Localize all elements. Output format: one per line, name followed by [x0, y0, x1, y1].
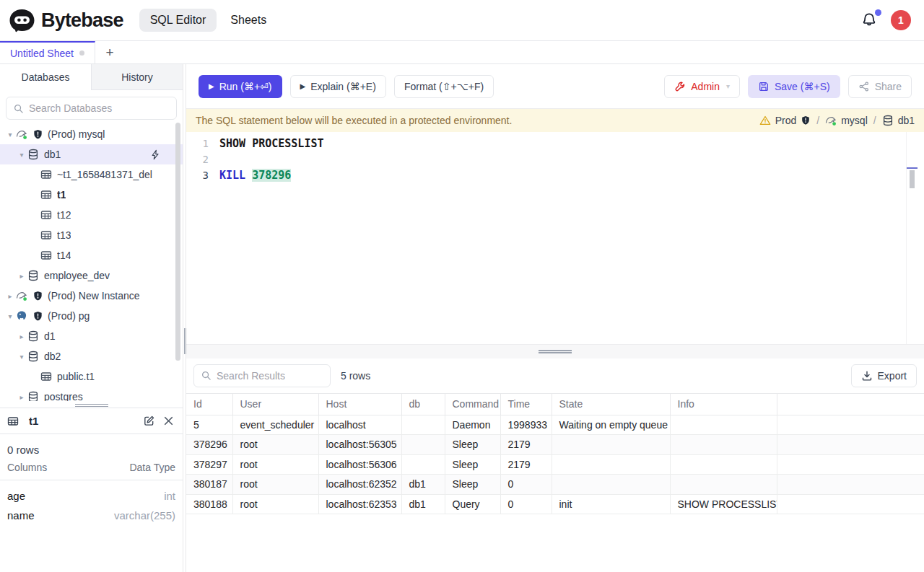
table-row[interactable]: 5event_schedulerlocalhostDaemon1998933Wa…	[186, 415, 924, 435]
chevron-down-icon[interactable]: ▾	[16, 151, 27, 159]
tree-node-db1[interactable]: ▾db1	[0, 144, 183, 164]
table-cell[interactable]: 380188	[186, 494, 232, 514]
table-cell[interactable]: Query	[445, 494, 500, 514]
chevron-down-icon[interactable]: ▾	[16, 353, 27, 361]
table-cell[interactable]	[670, 415, 777, 435]
chevron-down-icon[interactable]: ▾	[4, 131, 16, 138]
table-cell[interactable]	[401, 435, 445, 455]
code-line[interactable]: 1SHOW PROCESSLIST	[186, 136, 924, 151]
chevron-right-icon[interactable]: ▸	[16, 272, 27, 280]
close-icon[interactable]	[161, 414, 175, 428]
tree-node-employee-dev[interactable]: ▸employee_dev	[0, 265, 183, 286]
table-cell[interactable]	[777, 435, 924, 455]
tab-databases[interactable]: Databases	[0, 64, 91, 90]
chevron-right-icon[interactable]: ▸	[4, 292, 16, 300]
database-search-input[interactable]	[29, 102, 170, 114]
tree-node-postgres[interactable]: ▸postgres	[0, 387, 183, 401]
table-cell[interactable]: db1	[401, 475, 445, 495]
table-cell[interactable]: 5	[186, 415, 232, 435]
tab-history[interactable]: History	[91, 64, 183, 90]
tree-node-t13[interactable]: t13	[0, 225, 183, 245]
nav-sheets[interactable]: Sheets	[219, 9, 277, 32]
save-button[interactable]: Save (⌘+S)	[748, 75, 840, 98]
share-button[interactable]: Share	[848, 75, 912, 98]
resize-handle[interactable]	[539, 349, 572, 355]
table-cell[interactable]: localhost:62352	[318, 475, 401, 495]
tree-node-t12[interactable]: t12	[0, 205, 183, 225]
table-cell[interactable]	[401, 415, 445, 435]
table-cell[interactable]: root	[232, 494, 318, 514]
nav-sql-editor[interactable]: SQL Editor	[139, 9, 217, 32]
table-cell[interactable]	[552, 454, 670, 475]
table-cell[interactable]: 378296	[186, 435, 232, 455]
tree-node--prod-pg[interactable]: ▾(Prod) pg	[0, 306, 183, 326]
code-line[interactable]: 2	[186, 151, 924, 167]
add-sheet-button[interactable]: +	[95, 41, 124, 63]
table-row[interactable]: 380188rootlocalhost:62353db1Query0initSH…	[186, 494, 924, 514]
results-search-input[interactable]	[217, 370, 323, 382]
notification-bell-icon[interactable]	[860, 11, 879, 30]
run-button[interactable]: ▶ Run (⌘+⏎)	[199, 75, 282, 98]
tree-node-d1[interactable]: ▸d1	[0, 326, 183, 346]
table-cell[interactable]	[777, 454, 924, 475]
results-search-box[interactable]	[193, 364, 331, 387]
table-cell[interactable]	[777, 494, 924, 514]
table-cell[interactable]	[552, 475, 670, 495]
tree-node--t1-1658481371-del[interactable]: ~t1_1658481371_del	[0, 164, 183, 185]
table-cell[interactable]: localhost:62353	[318, 494, 401, 514]
table-cell[interactable]	[777, 475, 924, 495]
chevron-right-icon[interactable]: ▸	[16, 333, 27, 340]
table-row[interactable]: 378297rootlocalhost:56306Sleep2179	[186, 454, 924, 475]
tree-node-t14[interactable]: t14	[0, 245, 183, 265]
table-cell[interactable]: Sleep	[445, 454, 500, 475]
avatar[interactable]: 1	[891, 10, 911, 30]
tree-scrollbar[interactable]	[175, 123, 180, 361]
table-cell[interactable]	[670, 475, 777, 495]
table-cell[interactable]	[670, 435, 777, 455]
table-row[interactable]: 378296rootlocalhost:56305Sleep2179	[186, 435, 924, 455]
tab-untitled-sheet[interactable]: Untitled Sheet	[0, 41, 95, 63]
database-search-box[interactable]	[6, 97, 177, 120]
table-cell[interactable]: Daemon	[445, 415, 500, 435]
tree-node--prod-mysql[interactable]: ▾(Prod) mysql	[0, 124, 183, 144]
table-cell[interactable]: 1998933	[500, 415, 552, 435]
table-cell[interactable]: Sleep	[445, 435, 500, 455]
table-cell[interactable]: SHOW PROCESSLIST	[670, 494, 777, 514]
table-cell[interactable]: Waiting on empty queue	[552, 415, 670, 435]
table-cell[interactable]: 0	[500, 475, 552, 495]
table-cell[interactable]: root	[232, 454, 318, 475]
table-cell[interactable]: init	[552, 494, 670, 514]
editor-scrollbar[interactable]	[910, 170, 915, 188]
format-button[interactable]: Format (⇧+⌥+F)	[394, 75, 494, 98]
table-cell[interactable]: 2179	[500, 435, 552, 455]
table-cell[interactable]: localhost:56306	[318, 454, 401, 475]
table-cell[interactable]: root	[232, 435, 318, 455]
table-cell[interactable]: db1	[401, 494, 445, 514]
tree-node-t1[interactable]: t1	[0, 185, 183, 205]
chevron-right-icon[interactable]: ▸	[16, 393, 27, 401]
table-cell[interactable]	[552, 435, 670, 455]
table-cell[interactable]: Sleep	[445, 475, 500, 495]
export-button[interactable]: Export	[851, 364, 917, 387]
code-line[interactable]: 3KILL 378296	[186, 167, 924, 183]
table-cell[interactable]: root	[232, 475, 318, 495]
tree-node--prod-new-instance[interactable]: ▸(Prod) New Instance	[0, 286, 183, 306]
tree-node-public-t1[interactable]: public.t1	[0, 366, 183, 387]
table-cell[interactable]: 2179	[500, 454, 552, 475]
table-cell[interactable]	[777, 415, 924, 435]
tree-node-db2[interactable]: ▾db2	[0, 346, 183, 366]
table-cell[interactable]: event_scheduler	[232, 415, 318, 435]
explain-button[interactable]: ▶ Explain (⌘+E)	[290, 75, 386, 98]
table-cell[interactable]	[670, 454, 777, 475]
table-cell[interactable]	[401, 454, 445, 475]
resize-handle[interactable]	[75, 402, 108, 408]
table-cell[interactable]: 378297	[186, 454, 232, 475]
table-cell[interactable]: localhost:56305	[318, 435, 401, 455]
chevron-down-icon[interactable]: ▾	[4, 312, 16, 320]
admin-mode-button[interactable]: Admin ▾	[664, 75, 740, 98]
table-cell[interactable]: 380187	[186, 475, 232, 495]
table-row[interactable]: 380187rootlocalhost:62352db1Sleep0	[186, 475, 924, 495]
sql-editor[interactable]: 1SHOW PROCESSLIST23KILL 378296	[186, 132, 924, 344]
edit-table-icon[interactable]	[141, 414, 156, 428]
table-cell[interactable]: localhost	[318, 415, 401, 435]
